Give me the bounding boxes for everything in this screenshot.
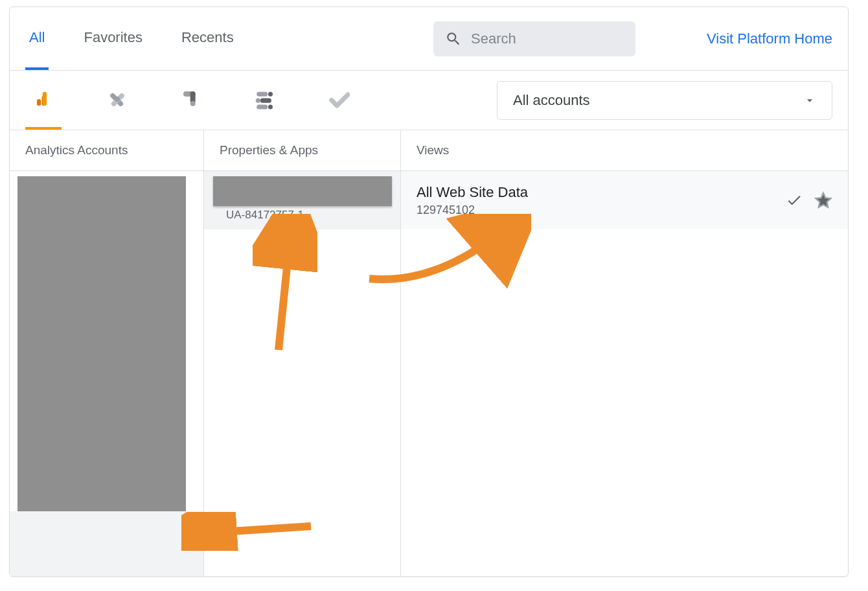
- selected-account-row[interactable]: [10, 511, 203, 576]
- filter-tabs: All Favorites Recents: [25, 7, 238, 70]
- svg-rect-13: [260, 98, 271, 102]
- product-row: All accounts: [10, 71, 848, 130]
- visit-platform-home-link[interactable]: Visit Platform Home: [707, 30, 832, 47]
- svg-point-10: [190, 100, 196, 106]
- tab-recents[interactable]: Recents: [177, 7, 238, 70]
- view-id: 129745102: [417, 203, 774, 217]
- svg-rect-15: [257, 104, 268, 109]
- surveys-icon[interactable]: [321, 71, 357, 130]
- properties-column: Properties & Apps UA-84172757-1: [204, 130, 401, 576]
- svg-rect-4: [37, 99, 41, 106]
- check-icon: [786, 192, 803, 209]
- product-icons: [25, 71, 357, 130]
- search-input[interactable]: Search: [433, 21, 635, 56]
- svg-point-14: [256, 98, 260, 102]
- views-column: Views All Web Site Data 129745102: [401, 130, 848, 576]
- analytics-icon[interactable]: [25, 71, 62, 130]
- views-header: Views: [401, 130, 848, 171]
- svg-rect-3: [43, 91, 47, 105]
- accounts-column: Analytics Accounts: [10, 130, 204, 576]
- data-studio-icon[interactable]: [247, 71, 283, 130]
- redacted-property-name: [213, 176, 392, 206]
- optimize-icon[interactable]: [173, 71, 209, 130]
- views-list: All Web Site Data 129745102: [401, 171, 848, 576]
- top-row: All Favorites Recents Search Visit Platf…: [10, 7, 848, 71]
- star-icon[interactable]: [814, 191, 832, 209]
- view-row[interactable]: All Web Site Data 129745102: [401, 171, 848, 229]
- svg-point-7: [115, 97, 120, 102]
- svg-point-12: [268, 91, 273, 96]
- view-name: All Web Site Data: [417, 184, 774, 201]
- account-selector[interactable]: All accounts: [497, 81, 832, 120]
- view-action-icons: [786, 191, 832, 209]
- tag-manager-icon[interactable]: [99, 71, 135, 130]
- account-picker-panel: All Favorites Recents Search Visit Platf…: [9, 6, 849, 577]
- account-selector-label: All accounts: [513, 92, 590, 109]
- tab-favorites[interactable]: Favorites: [80, 7, 146, 70]
- picker-columns: Analytics Accounts Properties & Apps UA-…: [10, 130, 848, 576]
- search-placeholder: Search: [471, 30, 516, 47]
- property-id: UA-84172757-1: [226, 209, 385, 222]
- tab-all[interactable]: All: [25, 7, 49, 70]
- property-row[interactable]: UA-84172757-1: [204, 171, 400, 229]
- accounts-header: Analytics Accounts: [10, 130, 203, 171]
- properties-list: UA-84172757-1: [204, 171, 400, 576]
- properties-header: Properties & Apps: [204, 130, 400, 171]
- search-icon: [445, 30, 462, 47]
- chevron-down-icon: [803, 94, 816, 107]
- accounts-list[interactable]: [10, 171, 203, 576]
- svg-rect-11: [257, 91, 268, 96]
- svg-point-16: [268, 104, 273, 109]
- view-text: All Web Site Data 129745102: [417, 184, 774, 217]
